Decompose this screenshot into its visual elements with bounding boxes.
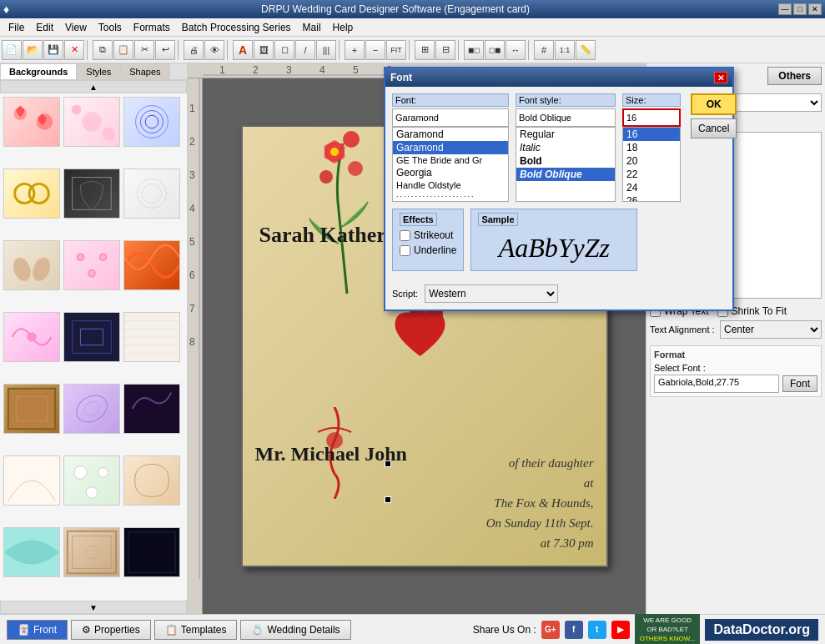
zoom-fit-button[interactable]: FIT — [386, 40, 406, 60]
undo-button[interactable]: ↩ — [155, 40, 175, 60]
menu-tools[interactable]: Tools — [93, 20, 127, 35]
size-20[interactable]: 20 — [623, 154, 680, 168]
barcode-button[interactable]: ||| — [316, 40, 336, 60]
snap-button[interactable]: 1:1 — [555, 40, 575, 60]
style-bold[interactable]: Bold — [516, 154, 615, 168]
size-18[interactable]: 18 — [623, 141, 680, 154]
menu-edit[interactable]: Edit — [31, 20, 58, 35]
menu-file[interactable]: File — [3, 20, 29, 35]
wedding-details-button[interactable]: 💍 Wedding Details — [240, 620, 350, 640]
size-22[interactable]: 22 — [623, 168, 680, 181]
bg-thumb-5[interactable] — [63, 169, 120, 219]
bg-thumb-13[interactable] — [3, 384, 60, 434]
text-align-dropdown[interactable]: Center — [720, 320, 822, 339]
properties-button[interactable]: ⚙ Properties — [71, 620, 151, 640]
font-item-4[interactable]: Georgia — [393, 166, 508, 179]
bg-thumb-21[interactable] — [123, 527, 180, 577]
style-italic[interactable]: Italic — [516, 141, 615, 154]
menu-formats[interactable]: Formats — [128, 20, 175, 35]
group-button[interactable]: ⊞ — [415, 40, 435, 60]
youtube-button[interactable]: ▶ — [611, 621, 630, 639]
bg-thumb-4[interactable] — [3, 169, 60, 219]
print-button[interactable]: 🖨 — [184, 40, 204, 60]
shape-button[interactable]: ◻ — [274, 40, 294, 60]
size-16[interactable]: 16 — [623, 128, 680, 141]
size-26[interactable]: 26 — [623, 194, 680, 202]
templates-button[interactable]: 📋 Templates — [154, 620, 238, 640]
bg-thumb-8[interactable] — [63, 240, 120, 290]
grid-button[interactable]: # — [534, 40, 554, 60]
paste-button[interactable]: 📋 — [113, 40, 133, 60]
font-item-3[interactable]: GE The Bride and Gr — [393, 154, 508, 166]
bg-thumb-9[interactable] — [123, 240, 180, 290]
font-input[interactable] — [392, 108, 509, 127]
scroll-up-arrow[interactable]: ▲ — [0, 80, 187, 93]
open-button[interactable]: 📂 — [23, 40, 43, 60]
font-item-2[interactable]: Garamond — [393, 141, 508, 154]
tab-styles[interactable]: Styles — [77, 63, 120, 79]
dialog-close-button[interactable]: ✕ — [714, 72, 727, 83]
bg-thumb-18[interactable] — [123, 455, 180, 506]
bg-thumb-19[interactable] — [3, 527, 60, 577]
ok-button[interactable]: OK — [691, 93, 737, 115]
save-button[interactable]: 💾 — [43, 40, 63, 60]
menu-batch[interactable]: Batch Processing Series — [177, 20, 296, 35]
front-button[interactable]: 🃏 Front — [7, 620, 68, 640]
bg-thumb-7[interactable] — [3, 240, 60, 290]
bg-thumb-17[interactable] — [63, 455, 120, 506]
others-button[interactable]: Others — [767, 67, 822, 85]
style-list[interactable]: Regular Italic Bold Bold Oblique — [516, 127, 616, 202]
style-bold-oblique[interactable]: Bold Oblique — [516, 168, 615, 181]
text-button[interactable]: A — [233, 40, 253, 60]
minimize-button[interactable]: — — [778, 3, 792, 15]
cancel-button[interactable]: Cancel — [691, 118, 737, 138]
font-list[interactable]: Garamond Garamond GE The Bride and Gr Ge… — [392, 127, 509, 202]
delete-button[interactable]: ✕ — [64, 40, 84, 60]
new-button[interactable]: 📄 — [2, 40, 22, 60]
bg-thumb-12[interactable] — [123, 312, 180, 362]
bg-thumb-3[interactable] — [123, 97, 180, 147]
ungroup-button[interactable]: ⊟ — [435, 40, 455, 60]
bg-thumb-14[interactable] — [63, 384, 120, 434]
copy-button[interactable]: ⧉ — [93, 40, 113, 60]
maximize-button[interactable]: □ — [793, 3, 807, 15]
style-regular[interactable]: Regular — [516, 128, 615, 141]
align-left-button[interactable]: ◼◻ — [464, 40, 484, 60]
zoom-out-button[interactable]: − — [365, 40, 385, 60]
image-button[interactable]: 🖼 — [254, 40, 274, 60]
font-item-5[interactable]: Handle Oldstyle — [393, 179, 508, 191]
flip-button[interactable]: ↔ — [506, 40, 526, 60]
bg-thumb-15[interactable] — [123, 384, 180, 434]
cut-button[interactable]: ✂ — [134, 40, 154, 60]
line-button[interactable]: / — [295, 40, 315, 60]
facebook-button[interactable]: f — [565, 621, 583, 639]
size-input[interactable] — [622, 108, 681, 127]
tab-backgrounds[interactable]: Backgrounds — [0, 63, 77, 79]
bg-thumb-11[interactable] — [63, 312, 120, 362]
google-plus-button[interactable]: G+ — [541, 621, 560, 639]
bg-thumb-1[interactable] — [3, 97, 60, 147]
strikeout-checkbox[interactable] — [400, 230, 410, 241]
menu-help[interactable]: Help — [328, 20, 359, 35]
bg-thumb-2[interactable] — [63, 97, 120, 147]
preview-button[interactable]: 👁 — [204, 40, 224, 60]
script-dropdown[interactable]: Western Central European Cyrillic — [425, 284, 558, 303]
bg-thumb-6[interactable] — [123, 169, 180, 219]
style-input[interactable] — [516, 108, 616, 127]
menu-mail[interactable]: Mail — [298, 20, 326, 35]
zoom-in-button[interactable]: + — [345, 40, 365, 60]
bg-thumb-10[interactable] — [3, 312, 60, 362]
underline-checkbox[interactable] — [400, 245, 410, 256]
font-item-1[interactable]: Garamond — [393, 128, 508, 141]
bg-thumb-20[interactable] — [63, 527, 120, 577]
twitter-button[interactable]: t — [588, 621, 606, 639]
ruler-button[interactable]: 📏 — [576, 40, 596, 60]
scroll-down-arrow[interactable]: ▼ — [0, 601, 187, 614]
font-button[interactable]: Font — [782, 375, 817, 392]
font-item-6[interactable]: ····················· — [393, 191, 508, 201]
tab-shapes[interactable]: Shapes — [120, 63, 169, 79]
align-center-button[interactable]: ◻◼ — [485, 40, 505, 60]
menu-view[interactable]: View — [60, 20, 92, 35]
bg-thumb-16[interactable] — [3, 455, 60, 506]
size-list[interactable]: 16 18 20 22 24 26 28 — [622, 127, 681, 202]
